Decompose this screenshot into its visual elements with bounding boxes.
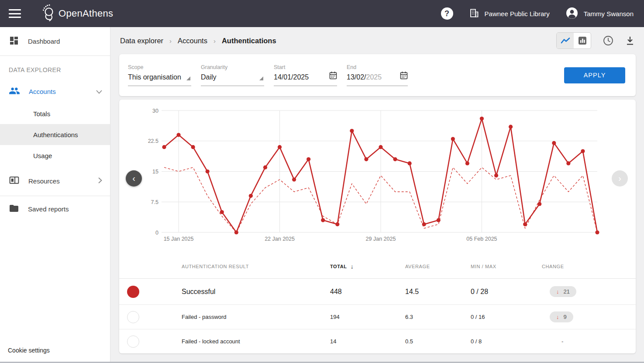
bar-chart-icon xyxy=(578,36,587,45)
openathens-logo: OpenAthens xyxy=(40,3,113,24)
column-min-max[interactable]: MIN / MAX xyxy=(471,264,542,269)
logo-text: OpenAthens xyxy=(59,8,113,19)
sidebar-item-accounts[interactable]: Accounts xyxy=(0,80,110,103)
calendar-icon[interactable] xyxy=(329,71,337,81)
results-table-header: AUTHENTICATION RESULT TOTAL ↓ AVERAGE MI… xyxy=(119,254,636,279)
dropdown-triangle-icon xyxy=(259,76,263,80)
chevron-right-icon xyxy=(98,177,102,185)
series-marker-unselected[interactable] xyxy=(127,335,139,348)
breadcrumb-accounts[interactable]: Accounts xyxy=(178,37,207,45)
svg-text:15 Jan 2025: 15 Jan 2025 xyxy=(164,236,194,242)
table-row-successful[interactable]: Successful 448 14.5 0 / 28 ↓ 21 xyxy=(119,279,636,305)
sidebar: Dashboard DATA EXPLORER Accounts Totals … xyxy=(0,27,110,362)
sidebar-item-label: Dashboard xyxy=(28,38,60,45)
sidebar-item-saved-reports[interactable]: Saved reports xyxy=(0,196,110,221)
user-menu[interactable]: Tammy Swanson xyxy=(565,7,634,21)
change-value: 21 xyxy=(564,288,570,295)
row-min-max: 0 / 16 xyxy=(471,314,542,320)
row-min-max: 0 / 28 xyxy=(471,288,542,296)
series-marker-unselected[interactable] xyxy=(127,311,139,323)
cookie-settings-link[interactable]: Cookie settings xyxy=(8,347,50,354)
line-chart-toggle-button[interactable] xyxy=(557,33,574,48)
sidebar-item-label: Accounts xyxy=(29,88,56,95)
sub-item-label: Usage xyxy=(33,152,52,159)
svg-text:29 Jan 2025: 29 Jan 2025 xyxy=(366,236,396,242)
table-row-failed-password[interactable]: Failed - password 194 6.3 0 / 16 ↓ 9 xyxy=(119,305,636,329)
breadcrumb-separator-icon: › xyxy=(169,37,172,45)
end-date-label: End xyxy=(347,64,408,70)
filter-panel: Scope This organisation Granularity Dail… xyxy=(119,54,636,96)
scope-select[interactable]: Scope This organisation xyxy=(128,64,191,86)
end-date-suggested: 2025 xyxy=(366,73,382,81)
chevron-down-icon xyxy=(96,88,102,95)
help-icon[interactable]: ? xyxy=(441,7,453,20)
user-name: Tammy Swanson xyxy=(584,10,634,17)
change-badge: ↓ 9 xyxy=(550,311,573,322)
start-date-value: 14/01/2025 xyxy=(274,73,337,81)
content-area: Data explorer › Accounts › Authenticatio… xyxy=(110,27,644,362)
sub-item-label: Totals xyxy=(33,110,50,118)
sidebar-item-usage[interactable]: Usage xyxy=(0,145,110,166)
organisation-switcher[interactable]: Pawnee Public Library xyxy=(469,8,550,20)
change-down-icon: ↓ xyxy=(556,314,559,320)
change-none: - xyxy=(561,338,563,345)
calendar-icon[interactable] xyxy=(400,71,408,81)
granularity-label: Granularity xyxy=(201,64,264,70)
sub-item-label: Authentications xyxy=(33,131,78,138)
scope-label: Scope xyxy=(128,64,191,70)
change-badge: ↓ 21 xyxy=(550,286,576,297)
row-average: 14.5 xyxy=(405,288,471,296)
column-average[interactable]: AVERAGE xyxy=(405,264,471,269)
granularity-select[interactable]: Granularity Daily xyxy=(201,64,264,86)
breadcrumb-data-explorer[interactable]: Data explorer xyxy=(120,37,163,45)
row-label: Failed - locked account xyxy=(182,338,330,345)
svg-text:0: 0 xyxy=(155,230,158,236)
sidebar-item-authentications[interactable]: Authentications xyxy=(0,124,110,145)
granularity-value: Daily xyxy=(201,73,264,81)
breadcrumb-authentications: Authentications xyxy=(222,37,276,45)
change-value: 9 xyxy=(564,314,567,320)
column-authentication-result[interactable]: AUTHENTICATION RESULT xyxy=(182,264,330,269)
sidebar-section-data-explorer: DATA EXPLORER xyxy=(0,56,110,80)
sidebar-item-dashboard[interactable]: Dashboard xyxy=(0,27,110,56)
chart-next-arrow-button[interactable]: › xyxy=(612,170,628,187)
row-average: 6.3 xyxy=(405,314,471,320)
line-chart-svg: 07.51522.53015 Jan 202522 Jan 202529 Jan… xyxy=(119,100,636,252)
menu-hamburger-icon[interactable] xyxy=(9,9,21,18)
dashboard-icon xyxy=(9,35,19,47)
breadcrumb-separator-icon: › xyxy=(214,37,216,45)
table-row-failed-locked[interactable]: Failed - locked account 14 0.5 0 / 8 - xyxy=(119,329,636,353)
start-date-input[interactable]: Start 14/01/2025 xyxy=(274,64,337,86)
organisation-name: Pawnee Public Library xyxy=(485,10,550,17)
organisation-icon xyxy=(469,8,479,20)
folder-icon xyxy=(9,203,19,215)
svg-text:30: 30 xyxy=(152,108,158,114)
end-date-input[interactable]: End 13/02/2025 xyxy=(347,64,408,86)
download-icon xyxy=(625,35,635,46)
breadcrumb: Data explorer › Accounts › Authenticatio… xyxy=(120,37,276,45)
row-average: 0.5 xyxy=(405,338,471,345)
sidebar-item-totals[interactable]: Totals xyxy=(0,103,110,124)
download-button[interactable] xyxy=(625,35,635,46)
bar-chart-toggle-button[interactable] xyxy=(574,33,591,48)
results-panel: ‹ › 07.51522.53015 Jan 202522 Jan 202529… xyxy=(119,100,636,353)
row-min-max: 0 / 8 xyxy=(471,338,542,345)
apply-button[interactable]: APPLY xyxy=(564,67,625,83)
column-change[interactable]: CHANGE xyxy=(542,264,636,269)
sidebar-item-label: Saved reports xyxy=(28,205,69,213)
breadcrumb-row: Data explorer › Accounts › Authenticatio… xyxy=(119,27,636,54)
series-marker-selected[interactable] xyxy=(127,286,139,298)
accounts-people-icon xyxy=(9,85,20,98)
history-button[interactable] xyxy=(603,35,614,46)
svg-text:7.5: 7.5 xyxy=(151,199,158,205)
column-total-sorted[interactable]: TOTAL ↓ xyxy=(330,263,405,270)
svg-text:05 Feb 2025: 05 Feb 2025 xyxy=(466,236,497,242)
sidebar-item-resources[interactable]: Resources xyxy=(0,166,110,196)
clock-icon xyxy=(603,35,614,46)
svg-text:15: 15 xyxy=(152,169,158,175)
row-total: 194 xyxy=(330,314,405,320)
top-app-bar: OpenAthens ? Pawnee Public Library xyxy=(0,0,644,27)
start-date-label: Start xyxy=(274,64,337,70)
sort-descending-icon: ↓ xyxy=(351,263,354,270)
chart-prev-arrow-button[interactable]: ‹ xyxy=(126,170,142,187)
